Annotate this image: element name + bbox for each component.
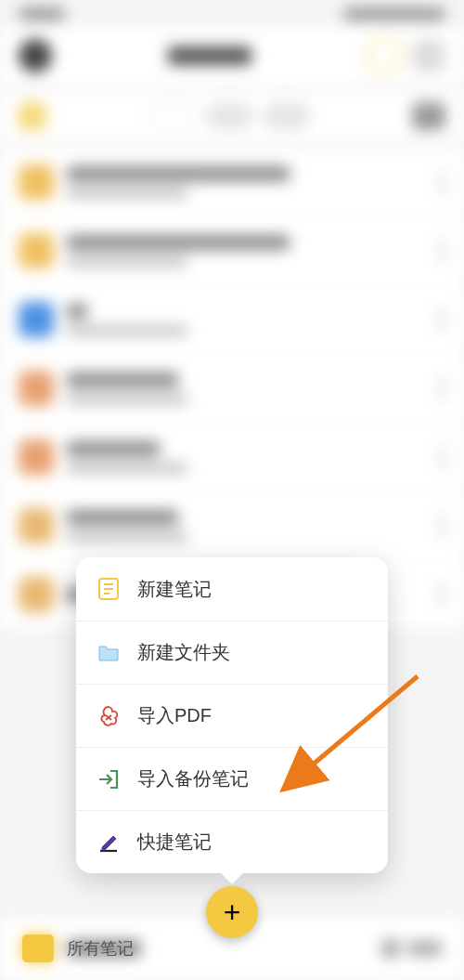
create-menu-popup: 新建笔记 新建文件夹 导入PDF 导入备份笔记 快捷笔记 bbox=[76, 557, 388, 873]
folder-icon bbox=[97, 641, 121, 665]
menu-label: 导入PDF bbox=[137, 703, 212, 728]
avatar[interactable] bbox=[19, 39, 52, 72]
fab-add-button[interactable]: + bbox=[206, 886, 258, 938]
status-bar bbox=[0, 0, 464, 28]
header-action-1[interactable] bbox=[367, 39, 401, 72]
note-item[interactable] bbox=[0, 286, 464, 353]
tab-3[interactable] bbox=[263, 103, 311, 129]
view-menu-icon[interactable] bbox=[412, 102, 445, 130]
more-icon[interactable] bbox=[440, 240, 445, 262]
menu-label: 新建文件夹 bbox=[137, 640, 230, 665]
menu-label: 导入备份笔记 bbox=[137, 766, 249, 791]
menu-new-note[interactable]: 新建笔记 bbox=[76, 557, 388, 621]
note-item[interactable] bbox=[0, 492, 464, 559]
note-item[interactable] bbox=[0, 149, 464, 216]
note-icon bbox=[97, 577, 121, 601]
note-item[interactable] bbox=[0, 424, 464, 490]
compose-icon[interactable] bbox=[19, 102, 46, 130]
app-header bbox=[0, 28, 464, 84]
folder-icon[interactable] bbox=[22, 934, 54, 962]
tab-1[interactable] bbox=[148, 103, 196, 129]
more-icon[interactable] bbox=[440, 583, 445, 606]
menu-import-backup[interactable]: 导入备份笔记 bbox=[76, 747, 388, 810]
import-icon bbox=[97, 767, 121, 791]
pdf-icon bbox=[97, 704, 121, 728]
note-item[interactable] bbox=[0, 355, 464, 422]
tab-row bbox=[0, 93, 464, 139]
more-icon[interactable] bbox=[440, 171, 445, 193]
quicknote-icon bbox=[97, 830, 121, 855]
menu-new-folder[interactable]: 新建文件夹 bbox=[76, 621, 388, 684]
menu-label: 快捷笔记 bbox=[137, 830, 212, 855]
menu-import-pdf[interactable]: 导入PDF bbox=[76, 684, 388, 747]
header-action-2[interactable] bbox=[412, 39, 445, 72]
plus-icon: + bbox=[224, 897, 241, 927]
header-title bbox=[168, 46, 251, 65]
more-icon[interactable] bbox=[440, 515, 445, 537]
more-icon[interactable] bbox=[440, 377, 445, 399]
more-icon[interactable] bbox=[440, 446, 445, 468]
menu-label: 新建笔记 bbox=[137, 577, 212, 602]
note-item[interactable] bbox=[0, 217, 464, 284]
more-icon[interactable] bbox=[440, 308, 445, 331]
search-icon[interactable] bbox=[380, 938, 401, 959]
menu-quick-note[interactable]: 快捷笔记 bbox=[76, 810, 388, 873]
tab-2[interactable] bbox=[205, 103, 253, 129]
